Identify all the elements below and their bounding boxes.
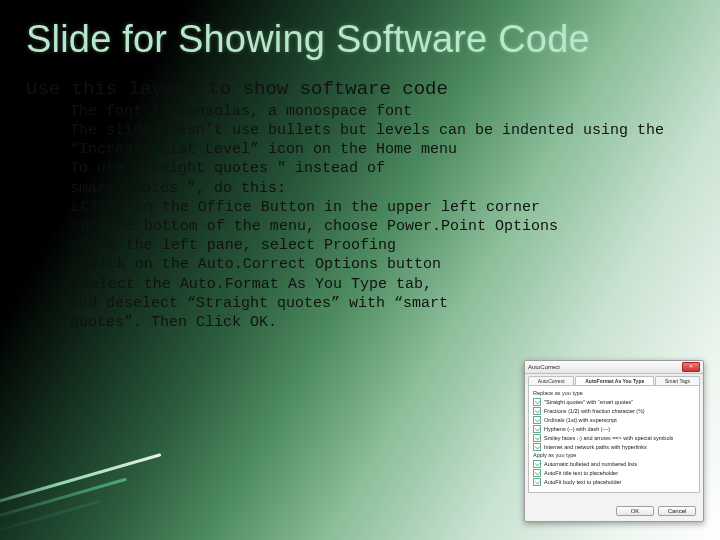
checkbox-icon[interactable] [533, 478, 541, 486]
checkbox-label: Internet and network paths with hyperlin… [544, 444, 647, 450]
tab-smart-tags[interactable]: Smart Tags [655, 376, 700, 385]
checkbox-icon[interactable] [533, 434, 541, 442]
dialog-buttons: OK Cancel [616, 506, 696, 516]
checkbox-row[interactable]: Automatic bulleted and numbered lists [533, 460, 695, 468]
dialog-tabs: AutoCorrect AutoFormat As You Type Smart… [525, 374, 703, 385]
dialog-title: AutoCorrect [528, 364, 560, 370]
checkbox-label: Hyphens (--) with dash (—) [544, 426, 610, 432]
step-item: 3.From the left pane, select Proofing [70, 236, 694, 255]
checkbox-row[interactable]: Smiley faces :-) and arrows ==> with spe… [533, 434, 695, 442]
slide-title: Slide for Showing Software Code [26, 20, 694, 60]
checkbox-label: Automatic bulleted and numbered lists [544, 461, 637, 467]
checkbox-icon[interactable] [533, 469, 541, 477]
dialog-titlebar: AutoCorrect × [525, 361, 703, 374]
checkbox-icon[interactable] [533, 460, 541, 468]
body-line: quotes”. Then Click OK. [70, 313, 694, 332]
step-text: From the left pane, select Proofing [81, 237, 396, 254]
checkbox-row[interactable]: AutoFit body text to placeholder [533, 478, 695, 486]
step-text: Click on the Auto.Correct Options button [81, 256, 441, 273]
corner-accent [0, 422, 190, 540]
body-line: The slide doesn’t use bullets but levels… [70, 121, 694, 159]
checkbox-icon[interactable] [533, 398, 541, 406]
autocorrect-dialog: AutoCorrect × AutoCorrect AutoFormat As … [524, 360, 704, 522]
step-text: Click on the Office Button in the upper … [81, 199, 540, 216]
body-text: The font is Consolas, a monospace font T… [70, 102, 694, 332]
step-item: 4.Click on the Auto.Correct Options butt… [70, 255, 694, 274]
checkbox-row[interactable]: "Straight quotes" with “smart quotes” [533, 398, 695, 406]
dialog-pane: Replace as you type "Straight quotes" wi… [528, 385, 700, 493]
checkbox-label: "Straight quotes" with “smart quotes” [544, 399, 633, 405]
checkbox-label: AutoFit title text to placeholder [544, 470, 618, 476]
slide: Slide for Showing Software Code Use this… [0, 0, 720, 540]
checkbox-label: AutoFit body text to placeholder [544, 479, 621, 485]
body-line: smart quotes ”, do this: [70, 179, 694, 198]
body-line: The font is Consolas, a monospace font [70, 102, 694, 121]
step-item: 1.Click on the Office Button in the uppe… [70, 198, 694, 217]
group-label: Replace as you type [533, 390, 695, 396]
lead-text: Use this layout to show software code [26, 78, 694, 100]
checkbox-icon[interactable] [533, 407, 541, 415]
ordered-steps: 1.Click on the Office Button in the uppe… [70, 198, 694, 294]
body-line: To use straight quotes " instead of [70, 159, 694, 178]
step-text: At the bottom of the menu, choose Power.… [81, 218, 558, 235]
checkbox-icon[interactable] [533, 416, 541, 424]
body-line: and deselect “Straight quotes” with “sma… [70, 294, 694, 313]
checkbox-row[interactable]: Fractions (1/2) with fraction character … [533, 407, 695, 415]
cancel-button[interactable]: Cancel [658, 506, 696, 516]
group-label: Apply as you type [533, 452, 695, 458]
checkbox-row[interactable]: AutoFit title text to placeholder [533, 469, 695, 477]
checkbox-row[interactable]: Ordinals (1st) with superscript [533, 416, 695, 424]
close-icon[interactable]: × [682, 362, 700, 372]
checkbox-label: Fractions (1/2) with fraction character … [544, 408, 645, 414]
checkbox-row[interactable]: Hyphens (--) with dash (—) [533, 425, 695, 433]
checkbox-row[interactable]: Internet and network paths with hyperlin… [533, 443, 695, 451]
checkbox-icon[interactable] [533, 443, 541, 451]
tab-autoformat-as-you-type[interactable]: AutoFormat As You Type [575, 376, 654, 385]
tab-autocorrect[interactable]: AutoCorrect [528, 376, 574, 385]
checkbox-label: Smiley faces :-) and arrows ==> with spe… [544, 435, 673, 441]
ok-button[interactable]: OK [616, 506, 654, 516]
step-text: Select the Auto.Format As You Type tab, [81, 276, 432, 293]
checkbox-icon[interactable] [533, 425, 541, 433]
step-item: 2.At the bottom of the menu, choose Powe… [70, 217, 694, 236]
step-item: 5.Select the Auto.Format As You Type tab… [70, 275, 694, 294]
checkbox-label: Ordinals (1st) with superscript [544, 417, 617, 423]
